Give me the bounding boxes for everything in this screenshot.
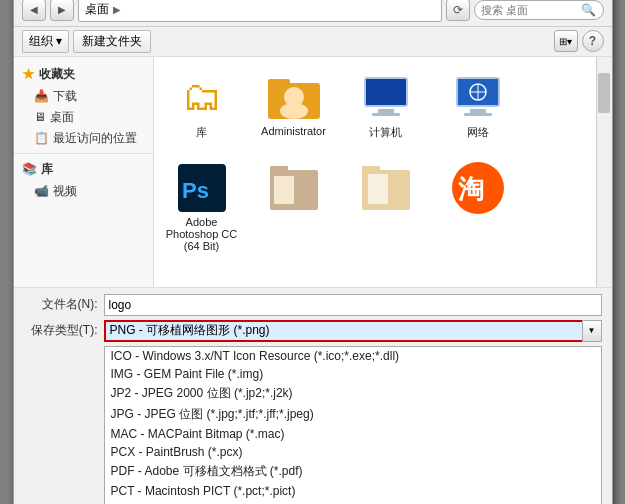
sidebar-item-desktop[interactable]: 🖥 桌面 [14, 107, 153, 128]
filetype-select-wrapper: PNG - 可移植网络图形 (*.png) ▼ [104, 320, 602, 342]
extra1-icon [266, 160, 322, 216]
file-label-network: 网络 [467, 125, 489, 140]
organize-button[interactable]: 组织 ▾ [22, 30, 69, 53]
dropdown-item-pct[interactable]: PCT - Macintosh PICT (*.pct;*.pict) [105, 482, 601, 500]
content-area: ★ 收藏夹 📥 下载 🖥 桌面 📋 最近访问的位置 [14, 57, 612, 287]
filename-row: 文件名(N): [24, 294, 602, 316]
dropdown-item-img[interactable]: IMG - GEM Paint File (*.img) [105, 365, 601, 383]
svg-point-3 [280, 103, 308, 119]
file-area: 🗂 库 Administrator [154, 57, 596, 287]
back-button[interactable]: ◀ [22, 0, 46, 21]
file-label-computer: 计算机 [369, 125, 402, 140]
star-icon: ★ [22, 66, 35, 82]
library-label: 库 [41, 161, 53, 178]
new-folder-button[interactable]: 新建文件夹 [73, 30, 151, 53]
sidebar-item-download-label: 下载 [53, 88, 77, 105]
sidebar-item-video[interactable]: 📹 视频 [14, 181, 153, 202]
file-item-photoshop[interactable]: Ps Adobe Photoshop CC (64 Bit) [162, 156, 242, 256]
library-icon: 📚 [22, 162, 37, 176]
recent-icon: 📋 [34, 131, 49, 145]
filetype-label: 保存类型(T): [24, 322, 104, 339]
help-button[interactable]: ? [582, 30, 604, 52]
svg-rect-1 [268, 79, 290, 87]
sidebar-divider [14, 153, 153, 154]
file-label-photoshop: Adobe Photoshop CC (64 Bit) [166, 216, 238, 252]
search-input[interactable] [481, 4, 581, 16]
filename-input[interactable] [104, 294, 602, 316]
refresh-button[interactable]: ⟳ [446, 0, 470, 21]
path-label: 桌面 [85, 1, 109, 18]
filetype-dropdown-list: ICO - Windows 3.x/NT Icon Resource (*.ic… [104, 346, 602, 505]
dropdown-item-plt[interactable]: PLT - HPGL Plotter File (*.plt;*.hgl) [105, 500, 601, 505]
bottom-area: 文件名(N): 保存类型(T): PNG - 可移植网络图形 (*.png) ▼… [14, 287, 612, 505]
filetype-dropdown-arrow[interactable]: ▼ [582, 320, 602, 342]
favorites-header[interactable]: ★ 收藏夹 [14, 63, 153, 86]
desktop-icon: 🖥 [34, 110, 46, 124]
photoshop-icon: Ps [174, 160, 230, 216]
file-item-library[interactable]: 🗂 库 [162, 65, 242, 144]
filetype-row: 保存类型(T): PNG - 可移植网络图形 (*.png) ▼ [24, 320, 602, 342]
file-label-library: 库 [196, 125, 207, 140]
file-item-administrator[interactable]: Administrator [254, 65, 334, 144]
computer-icon [358, 69, 414, 125]
video-icon: 📹 [34, 184, 49, 198]
taobao-icon: 淘 [450, 160, 506, 216]
action-left: 组织 ▾ 新建文件夹 [22, 30, 151, 53]
view-button[interactable]: ⊞▾ [554, 30, 578, 52]
sidebar-item-recent[interactable]: 📋 最近访问的位置 [14, 128, 153, 149]
file-label-administrator: Administrator [261, 125, 326, 137]
path-arrow: ▶ [113, 4, 121, 15]
path-bar[interactable]: 桌面 ▶ [78, 0, 442, 22]
extra2-icon [358, 160, 414, 216]
svg-text:淘: 淘 [458, 174, 484, 204]
toolbar: ◀ ▶ 桌面 ▶ ⟳ 🔍 [14, 0, 612, 27]
library-header[interactable]: 📚 库 [14, 158, 153, 181]
filetype-select[interactable]: PNG - 可移植网络图形 (*.png) [104, 320, 602, 342]
sidebar-item-download[interactable]: 📥 下载 [14, 86, 153, 107]
favorites-section: ★ 收藏夹 📥 下载 🖥 桌面 📋 最近访问的位置 [14, 63, 153, 149]
file-item-computer[interactable]: 计算机 [346, 65, 426, 144]
export-dialog: 📤 导出 ✕ ◀ ▶ 桌面 ▶ ⟳ 🔍 组织 ▾ 新建文件夹 ⊞▾ ? [13, 0, 613, 504]
svg-rect-22 [362, 166, 380, 174]
sidebar-item-video-label: 视频 [53, 183, 77, 200]
file-item-taobao[interactable]: 淘 [438, 156, 518, 256]
forward-button[interactable]: ▶ [50, 0, 74, 21]
network-icon [450, 69, 506, 125]
file-item-extra1[interactable] [254, 156, 334, 256]
dropdown-item-pdf[interactable]: PDF - Adobe 可移植文档格式 (*.pdf) [105, 461, 601, 482]
dropdown-item-jpg[interactable]: JPG - JPEG 位图 (*.jpg;*.jtf;*.jff;*.jpeg) [105, 404, 601, 425]
dropdown-item-pcx[interactable]: PCX - PaintBrush (*.pcx) [105, 443, 601, 461]
library-folder-icon: 🗂 [174, 69, 230, 125]
svg-rect-18 [270, 166, 288, 174]
dropdown-item-mac[interactable]: MAC - MACPaint Bitmap (*.mac) [105, 425, 601, 443]
sidebar: ★ 收藏夹 📥 下载 🖥 桌面 📋 最近访问的位置 [14, 57, 154, 287]
svg-rect-7 [372, 113, 400, 116]
download-icon: 📥 [34, 89, 49, 103]
administrator-icon [266, 69, 322, 125]
svg-rect-14 [464, 113, 492, 116]
svg-rect-13 [470, 109, 486, 113]
file-item-extra2[interactable] [346, 156, 426, 256]
search-bar[interactable]: 🔍 [474, 0, 604, 20]
library-section: 📚 库 📹 视频 [14, 158, 153, 202]
scroll-thumb[interactable] [598, 73, 610, 113]
svg-rect-6 [378, 109, 394, 113]
sidebar-item-recent-label: 最近访问的位置 [53, 130, 137, 147]
search-icon: 🔍 [581, 3, 596, 17]
svg-rect-5 [366, 79, 406, 105]
dropdown-item-jp2[interactable]: JP2 - JPEG 2000 位图 (*.jp2;*.j2k) [105, 383, 601, 404]
svg-rect-23 [368, 174, 388, 204]
scrollbar[interactable] [596, 57, 612, 287]
file-item-network[interactable]: 网络 [438, 65, 518, 144]
svg-rect-19 [274, 176, 294, 204]
dropdown-item-ico[interactable]: ICO - Windows 3.x/NT Icon Resource (*.ic… [105, 347, 601, 365]
filename-label: 文件名(N): [24, 296, 104, 313]
sidebar-item-desktop-label: 桌面 [50, 109, 74, 126]
svg-text:Ps: Ps [182, 178, 209, 203]
action-right: ⊞▾ ? [554, 30, 604, 52]
favorites-label: 收藏夹 [39, 66, 75, 83]
action-bar: 组织 ▾ 新建文件夹 ⊞▾ ? [14, 27, 612, 57]
